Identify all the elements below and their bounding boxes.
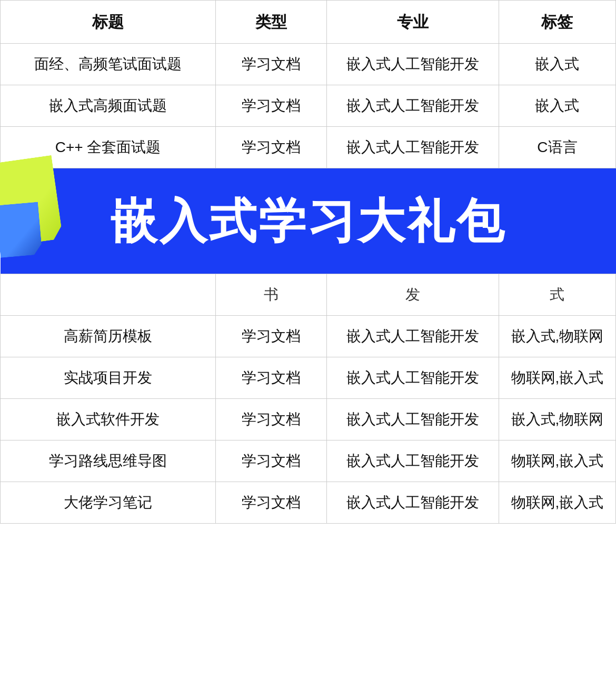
row-after2-title: 实战项目开发: [1, 357, 216, 399]
table-row: 嵌入式软件开发 学习文档 嵌入式人工智能开发 嵌入式,物联网: [1, 399, 616, 440]
row-after3-major: 嵌入式人工智能开发: [326, 399, 499, 440]
row-after5-tag: 物联网,嵌入式: [499, 482, 615, 524]
row1-major: 嵌入式人工智能开发: [326, 44, 499, 85]
main-table: 标题 类型 专业 标签 面经、高频笔试面试题 学习文档 嵌入式人工智能开发 嵌入…: [0, 0, 616, 524]
col-header-tag: 标签: [499, 1, 615, 44]
banner-cell: 嵌入式学习大礼包: [1, 168, 616, 274]
table-row: 学习路线思维导图 学习文档 嵌入式人工智能开发 物联网,嵌入式: [1, 440, 616, 482]
row-after3-title: 嵌入式软件开发: [1, 399, 216, 440]
table-row: 实战项目开发 学习文档 嵌入式人工智能开发 物联网,嵌入式: [1, 357, 616, 399]
row-after2-major: 嵌入式人工智能开发: [326, 357, 499, 399]
col-header-title: 标题: [1, 1, 216, 44]
row1-tag: 嵌入式: [499, 44, 615, 85]
banner-wrapper: 嵌入式学习大礼包: [1, 168, 616, 274]
table-row: C++ 全套面试题 学习文档 嵌入式人工智能开发 C语言: [1, 127, 616, 168]
row-after1-major: 嵌入式人工智能开发: [326, 316, 499, 357]
table-container: 标题 类型 专业 标签 面经、高频笔试面试题 学习文档 嵌入式人工智能开发 嵌入…: [0, 0, 616, 524]
table-header-row: 标题 类型 专业 标签: [1, 1, 616, 44]
row-after2-tag: 物联网,嵌入式: [499, 357, 615, 399]
row3-tag: C语言: [499, 127, 615, 168]
row-after4-major: 嵌入式人工智能开发: [326, 440, 499, 482]
partial-col2: 书: [216, 274, 326, 316]
row-after1-tag: 嵌入式,物联网: [499, 316, 615, 357]
row-after1-title: 高薪简历模板: [1, 316, 216, 357]
row2-type: 学习文档: [216, 85, 326, 127]
row2-major: 嵌入式人工智能开发: [326, 85, 499, 127]
partial-col3: 发: [326, 274, 499, 316]
table-row: 面经、高频笔试面试题 学习文档 嵌入式人工智能开发 嵌入式: [1, 44, 616, 85]
table-row: 大佬学习笔记 学习文档 嵌入式人工智能开发 物联网,嵌入式: [1, 482, 616, 524]
sticky-note-blue: [0, 202, 42, 258]
row-after4-type: 学习文档: [216, 440, 326, 482]
row-after3-tag: 嵌入式,物联网: [499, 399, 615, 440]
row2-title: 嵌入式高频面试题: [1, 85, 216, 127]
row-after4-tag: 物联网,嵌入式: [499, 440, 615, 482]
row-after5-major: 嵌入式人工智能开发: [326, 482, 499, 524]
partial-col4: 式: [499, 274, 615, 316]
row-after2-type: 学习文档: [216, 357, 326, 399]
row-after4-title: 学习路线思维导图: [1, 440, 216, 482]
banner-row: 嵌入式学习大礼包: [1, 168, 616, 274]
row-after5-title: 大佬学习笔记: [1, 482, 216, 524]
banner-background: 嵌入式学习大礼包: [1, 168, 616, 274]
table-row: 高薪简历模板 学习文档 嵌入式人工智能开发 嵌入式,物联网: [1, 316, 616, 357]
banner-text: 嵌入式学习大礼包: [110, 186, 506, 257]
table-row: 嵌入式高频面试题 学习文档 嵌入式人工智能开发 嵌入式: [1, 85, 616, 127]
partial-col1: [1, 274, 216, 316]
partial-visible-row: 书 发 式: [1, 274, 616, 316]
row-after3-type: 学习文档: [216, 399, 326, 440]
col-header-major: 专业: [326, 1, 499, 44]
row-after5-type: 学习文档: [216, 482, 326, 524]
row1-title: 面经、高频笔试面试题: [1, 44, 216, 85]
row3-type: 学习文档: [216, 127, 326, 168]
row-after1-type: 学习文档: [216, 316, 326, 357]
row1-type: 学习文档: [216, 44, 326, 85]
row2-tag: 嵌入式: [499, 85, 615, 127]
col-header-type: 类型: [216, 1, 326, 44]
row3-major: 嵌入式人工智能开发: [326, 127, 499, 168]
